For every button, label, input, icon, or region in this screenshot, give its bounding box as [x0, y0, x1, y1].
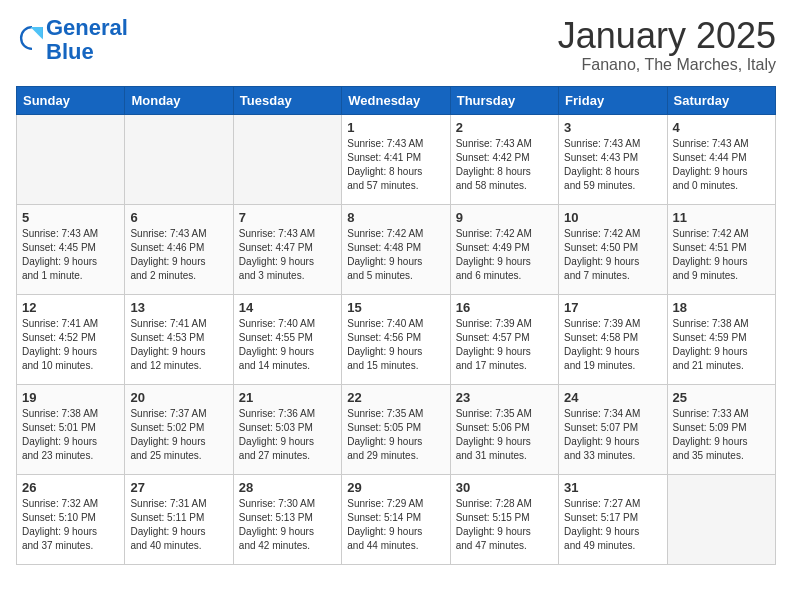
day-number: 15	[347, 300, 444, 315]
calendar-cell: 22Sunrise: 7:35 AM Sunset: 5:05 PM Dayli…	[342, 384, 450, 474]
calendar-cell: 21Sunrise: 7:36 AM Sunset: 5:03 PM Dayli…	[233, 384, 341, 474]
header-monday: Monday	[125, 86, 233, 114]
day-number: 8	[347, 210, 444, 225]
day-info: Sunrise: 7:43 AM Sunset: 4:44 PM Dayligh…	[673, 137, 770, 193]
day-number: 16	[456, 300, 553, 315]
day-info: Sunrise: 7:42 AM Sunset: 4:50 PM Dayligh…	[564, 227, 661, 283]
day-number: 6	[130, 210, 227, 225]
week-row-5: 26Sunrise: 7:32 AM Sunset: 5:10 PM Dayli…	[17, 474, 776, 564]
page-container: General Blue January 2025 Fanano, The Ma…	[0, 0, 792, 573]
calendar-cell: 18Sunrise: 7:38 AM Sunset: 4:59 PM Dayli…	[667, 294, 775, 384]
day-info: Sunrise: 7:36 AM Sunset: 5:03 PM Dayligh…	[239, 407, 336, 463]
calendar-cell: 10Sunrise: 7:42 AM Sunset: 4:50 PM Dayli…	[559, 204, 667, 294]
title-block: January 2025 Fanano, The Marches, Italy	[558, 16, 776, 74]
calendar-cell: 27Sunrise: 7:31 AM Sunset: 5:11 PM Dayli…	[125, 474, 233, 564]
day-number: 21	[239, 390, 336, 405]
calendar-cell	[667, 474, 775, 564]
calendar-cell: 15Sunrise: 7:40 AM Sunset: 4:56 PM Dayli…	[342, 294, 450, 384]
logo-general: General	[46, 15, 128, 40]
day-number: 20	[130, 390, 227, 405]
calendar-cell: 7Sunrise: 7:43 AM Sunset: 4:47 PM Daylig…	[233, 204, 341, 294]
weekday-header-row: Sunday Monday Tuesday Wednesday Thursday…	[17, 86, 776, 114]
calendar-cell: 1Sunrise: 7:43 AM Sunset: 4:41 PM Daylig…	[342, 114, 450, 204]
day-number: 12	[22, 300, 119, 315]
day-number: 10	[564, 210, 661, 225]
calendar-cell: 5Sunrise: 7:43 AM Sunset: 4:45 PM Daylig…	[17, 204, 125, 294]
calendar-cell: 12Sunrise: 7:41 AM Sunset: 4:52 PM Dayli…	[17, 294, 125, 384]
calendar-cell: 16Sunrise: 7:39 AM Sunset: 4:57 PM Dayli…	[450, 294, 558, 384]
calendar-cell: 3Sunrise: 7:43 AM Sunset: 4:43 PM Daylig…	[559, 114, 667, 204]
day-info: Sunrise: 7:38 AM Sunset: 5:01 PM Dayligh…	[22, 407, 119, 463]
day-number: 18	[673, 300, 770, 315]
day-info: Sunrise: 7:43 AM Sunset: 4:47 PM Dayligh…	[239, 227, 336, 283]
day-number: 2	[456, 120, 553, 135]
day-number: 22	[347, 390, 444, 405]
calendar-table: Sunday Monday Tuesday Wednesday Thursday…	[16, 86, 776, 565]
calendar-cell: 4Sunrise: 7:43 AM Sunset: 4:44 PM Daylig…	[667, 114, 775, 204]
calendar-cell: 20Sunrise: 7:37 AM Sunset: 5:02 PM Dayli…	[125, 384, 233, 474]
header-tuesday: Tuesday	[233, 86, 341, 114]
header-sunday: Sunday	[17, 86, 125, 114]
day-number: 30	[456, 480, 553, 495]
day-info: Sunrise: 7:35 AM Sunset: 5:05 PM Dayligh…	[347, 407, 444, 463]
calendar-cell	[125, 114, 233, 204]
calendar-cell: 2Sunrise: 7:43 AM Sunset: 4:42 PM Daylig…	[450, 114, 558, 204]
calendar-cell: 30Sunrise: 7:28 AM Sunset: 5:15 PM Dayli…	[450, 474, 558, 564]
day-info: Sunrise: 7:30 AM Sunset: 5:13 PM Dayligh…	[239, 497, 336, 553]
day-info: Sunrise: 7:42 AM Sunset: 4:51 PM Dayligh…	[673, 227, 770, 283]
day-number: 7	[239, 210, 336, 225]
calendar-cell: 24Sunrise: 7:34 AM Sunset: 5:07 PM Dayli…	[559, 384, 667, 474]
day-number: 4	[673, 120, 770, 135]
svg-marker-0	[30, 27, 42, 39]
logo: General Blue	[16, 16, 128, 64]
day-info: Sunrise: 7:29 AM Sunset: 5:14 PM Dayligh…	[347, 497, 444, 553]
calendar-cell: 29Sunrise: 7:29 AM Sunset: 5:14 PM Dayli…	[342, 474, 450, 564]
calendar-cell	[17, 114, 125, 204]
day-number: 24	[564, 390, 661, 405]
day-info: Sunrise: 7:38 AM Sunset: 4:59 PM Dayligh…	[673, 317, 770, 373]
day-info: Sunrise: 7:43 AM Sunset: 4:42 PM Dayligh…	[456, 137, 553, 193]
logo-text: General Blue	[46, 16, 128, 64]
calendar-body: 1Sunrise: 7:43 AM Sunset: 4:41 PM Daylig…	[17, 114, 776, 564]
header-thursday: Thursday	[450, 86, 558, 114]
calendar-cell	[233, 114, 341, 204]
day-number: 29	[347, 480, 444, 495]
day-info: Sunrise: 7:37 AM Sunset: 5:02 PM Dayligh…	[130, 407, 227, 463]
logo-icon	[18, 24, 46, 52]
calendar-cell: 25Sunrise: 7:33 AM Sunset: 5:09 PM Dayli…	[667, 384, 775, 474]
calendar-cell: 19Sunrise: 7:38 AM Sunset: 5:01 PM Dayli…	[17, 384, 125, 474]
calendar-cell: 11Sunrise: 7:42 AM Sunset: 4:51 PM Dayli…	[667, 204, 775, 294]
day-info: Sunrise: 7:43 AM Sunset: 4:43 PM Dayligh…	[564, 137, 661, 193]
calendar-cell: 6Sunrise: 7:43 AM Sunset: 4:46 PM Daylig…	[125, 204, 233, 294]
day-info: Sunrise: 7:28 AM Sunset: 5:15 PM Dayligh…	[456, 497, 553, 553]
day-info: Sunrise: 7:40 AM Sunset: 4:56 PM Dayligh…	[347, 317, 444, 373]
day-info: Sunrise: 7:33 AM Sunset: 5:09 PM Dayligh…	[673, 407, 770, 463]
day-number: 31	[564, 480, 661, 495]
week-row-3: 12Sunrise: 7:41 AM Sunset: 4:52 PM Dayli…	[17, 294, 776, 384]
day-info: Sunrise: 7:27 AM Sunset: 5:17 PM Dayligh…	[564, 497, 661, 553]
day-info: Sunrise: 7:43 AM Sunset: 4:41 PM Dayligh…	[347, 137, 444, 193]
header-wednesday: Wednesday	[342, 86, 450, 114]
day-number: 26	[22, 480, 119, 495]
day-info: Sunrise: 7:34 AM Sunset: 5:07 PM Dayligh…	[564, 407, 661, 463]
day-number: 23	[456, 390, 553, 405]
header-friday: Friday	[559, 86, 667, 114]
location-title: Fanano, The Marches, Italy	[558, 56, 776, 74]
day-number: 28	[239, 480, 336, 495]
day-info: Sunrise: 7:35 AM Sunset: 5:06 PM Dayligh…	[456, 407, 553, 463]
day-number: 11	[673, 210, 770, 225]
day-number: 13	[130, 300, 227, 315]
day-number: 1	[347, 120, 444, 135]
calendar-cell: 8Sunrise: 7:42 AM Sunset: 4:48 PM Daylig…	[342, 204, 450, 294]
month-title: January 2025	[558, 16, 776, 56]
week-row-4: 19Sunrise: 7:38 AM Sunset: 5:01 PM Dayli…	[17, 384, 776, 474]
day-number: 9	[456, 210, 553, 225]
day-number: 14	[239, 300, 336, 315]
day-info: Sunrise: 7:43 AM Sunset: 4:46 PM Dayligh…	[130, 227, 227, 283]
calendar-cell: 17Sunrise: 7:39 AM Sunset: 4:58 PM Dayli…	[559, 294, 667, 384]
header-saturday: Saturday	[667, 86, 775, 114]
week-row-2: 5Sunrise: 7:43 AM Sunset: 4:45 PM Daylig…	[17, 204, 776, 294]
day-info: Sunrise: 7:41 AM Sunset: 4:53 PM Dayligh…	[130, 317, 227, 373]
day-number: 27	[130, 480, 227, 495]
day-info: Sunrise: 7:39 AM Sunset: 4:57 PM Dayligh…	[456, 317, 553, 373]
